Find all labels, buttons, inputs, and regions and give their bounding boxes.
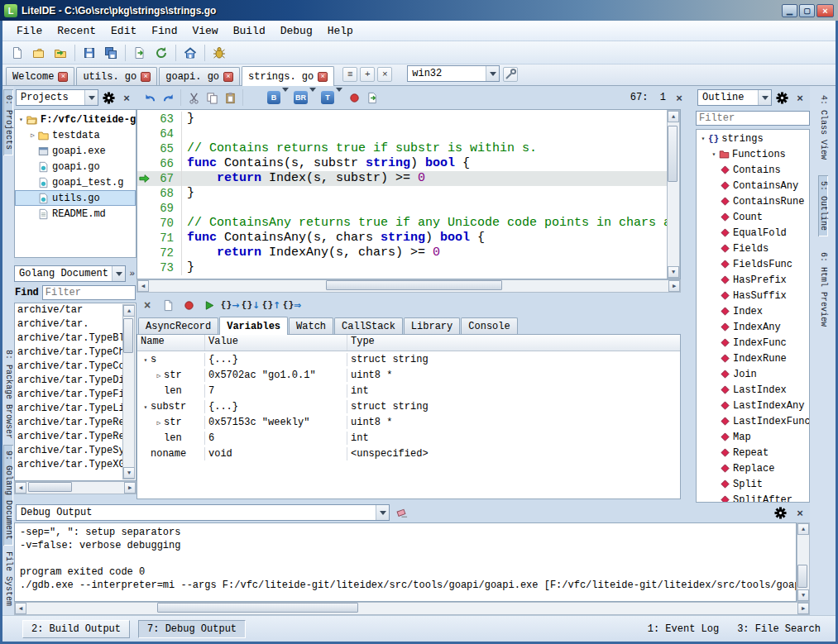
dock-tab-4-class-view[interactable]: 4: Class View [818,89,828,165]
dock-tab-8-package-browser[interactable]: 8: Package Browser [3,344,13,445]
scroll-right-icon[interactable]: ▶ [797,603,809,614]
outline-item-join[interactable]: Join [697,366,809,382]
doc-item-archive-tar-typereg[interactable]: archive/tar.TypeReg [15,430,122,444]
doc-item-archive-tar-typefifo[interactable]: archive/tar.TypeFifo [15,388,122,402]
stop-debug-button[interactable]: × [138,296,156,314]
debug-tab-callstack[interactable]: CallStack [334,317,403,334]
outline-item-equalfold[interactable]: EqualFold [697,225,809,241]
scrollbar-thumb[interactable] [668,126,678,182]
outline-item-lastindex[interactable]: LastIndex [697,382,809,398]
record-button[interactable] [346,89,362,106]
step-over-button[interactable]: {}→ [221,296,239,314]
doc-item-archive-tar-typexg[interactable]: archive/tar.TypeXG [15,458,122,472]
save-all-button[interactable] [101,43,121,63]
scrollbar-thumb[interactable] [326,280,503,290]
tree-item-utils-go[interactable]: utils.go [15,190,136,206]
close-tab-button[interactable]: × [377,67,392,82]
close-icon[interactable]: × [318,72,328,82]
cut-button[interactable] [185,89,202,106]
outline-item-splitafter[interactable]: SplitAfter [697,492,809,503]
scroll-left-icon[interactable]: ◀ [15,482,26,494]
open-file-button[interactable] [29,43,49,63]
doc-item-archive-tar-typelin[interactable]: archive/tar.TypeLin [15,402,122,416]
run-to-line-button[interactable]: {}⇒ [283,296,301,314]
variable-row[interactable]: nonamevoid<unspecified> [137,446,680,461]
outline-item-functions[interactable]: ▾Functions [697,146,809,162]
edit-env-button[interactable] [503,67,518,82]
scroll-down-icon[interactable]: ▼ [668,266,679,278]
build-menu-br-button[interactable]: BR [292,90,318,105]
outline-item-indexany[interactable]: IndexAny [697,319,809,335]
scroll-up-icon[interactable]: ▲ [668,111,679,122]
outline-item-strings[interactable]: ▾{}strings [697,131,809,146]
record-button[interactable] [180,296,198,314]
tab-utils-go[interactable]: utils. go× [76,67,157,85]
outline-item-containsrune[interactable]: ContainsRune [697,193,809,209]
variable-row[interactable]: len7int [137,383,680,398]
outline-item-replace[interactable]: Replace [697,460,809,476]
debug-tab-variables[interactable]: Variables [219,317,288,335]
paste-button[interactable] [222,89,238,106]
debug-output-text[interactable]: -sep=", ": setup separators-v=false: ver… [14,522,797,602]
menu-item-view[interactable]: View [184,22,225,40]
code-line-63[interactable]: 63} [137,112,667,126]
expanded-arrow-icon[interactable]: ▾ [141,403,151,411]
undo-button[interactable] [141,89,158,106]
overflow-chevron-icon[interactable]: » [127,269,136,279]
home-button[interactable] [180,43,200,63]
maximize-button[interactable]: ▢ [799,4,815,17]
build-target-combo[interactable]: win32 [407,65,500,82]
doc-item-archive-tar[interactable]: archive/tar. [15,317,122,332]
code-line-70[interactable]: 70// ContainsAny returns true if any Uni… [137,216,667,231]
code-line-66[interactable]: 66func Contains(s, substr string) bool { [137,156,667,171]
tab-welcome[interactable]: Welcome× [6,67,74,85]
add-tab-button[interactable]: + [360,67,375,82]
output-pane-combo[interactable]: Debug Output [16,504,390,521]
variable-row[interactable]: len6int [137,430,680,446]
column-header-value[interactable]: Value [205,335,347,351]
continue-button[interactable] [200,296,218,314]
outline-item-count[interactable]: Count [697,209,809,225]
outline-item-hassuffix[interactable]: HasSuffix [697,288,809,303]
scroll-up-icon[interactable]: ▲ [797,523,809,535]
outline-item-fields[interactable]: Fields [697,241,809,256]
close-icon[interactable]: × [58,72,68,82]
menu-item-recent[interactable]: Recent [50,22,103,40]
menu-item-find[interactable]: Find [144,22,184,40]
outline-item-contains[interactable]: Contains [697,162,809,178]
debug-tab-watch[interactable]: Watch [289,317,333,334]
menu-item-file[interactable]: File [9,22,50,40]
open-folder-button[interactable] [50,43,70,63]
status-button-3-file-search[interactable]: 3: File Search [732,621,826,637]
scroll-right-icon[interactable]: ▶ [124,482,136,494]
tree-item-goapi-exe[interactable]: goapi.exe [15,143,136,159]
step-out-button[interactable]: {}↑ [262,296,280,314]
outline-item-map[interactable]: Map [697,429,809,445]
debug-tab-library[interactable]: Library [404,317,460,334]
close-icon[interactable]: × [223,72,233,82]
save-file-button[interactable] [79,43,99,63]
scroll-right-icon[interactable]: ▶ [668,280,680,292]
doc-item-archive-tar-typeblo[interactable]: archive/tar.TypeBlo [15,332,122,346]
new-file-button[interactable] [7,43,27,63]
output-settings-button[interactable] [772,504,788,521]
scroll-down-icon[interactable]: ▼ [123,467,135,479]
outline-item-fieldsfunc[interactable]: FieldsFunc [697,256,809,272]
doc-item-archive-tar-typesyn[interactable]: archive/tar.TypeSyn [15,444,122,458]
redo-button[interactable] [160,89,176,106]
scroll-left-icon[interactable]: ◀ [15,603,26,614]
code-line-73[interactable]: 73} [137,260,667,275]
outline-combo[interactable]: Outline [697,89,772,106]
close-editor-button[interactable]: × [671,89,687,106]
debug-tab-asyncrecord[interactable]: AsyncRecord [138,317,218,334]
code-line-64[interactable]: 64 [137,126,667,141]
collapsed-arrow-icon[interactable]: ▷ [28,131,37,139]
tab-goapi-go[interactable]: goapi. go× [159,67,240,85]
outline-item-indexfunc[interactable]: IndexFunc [697,335,809,351]
tree-item-readme-md[interactable]: README.md [15,206,136,222]
column-header-type[interactable]: Type [347,335,680,351]
clear-output-button[interactable] [393,504,409,521]
scrollbar-thumb[interactable] [123,318,133,353]
debug-tab-console[interactable]: Console [461,317,517,334]
dock-tab-9-golang-document[interactable]: 9: Golang Document [3,445,13,546]
